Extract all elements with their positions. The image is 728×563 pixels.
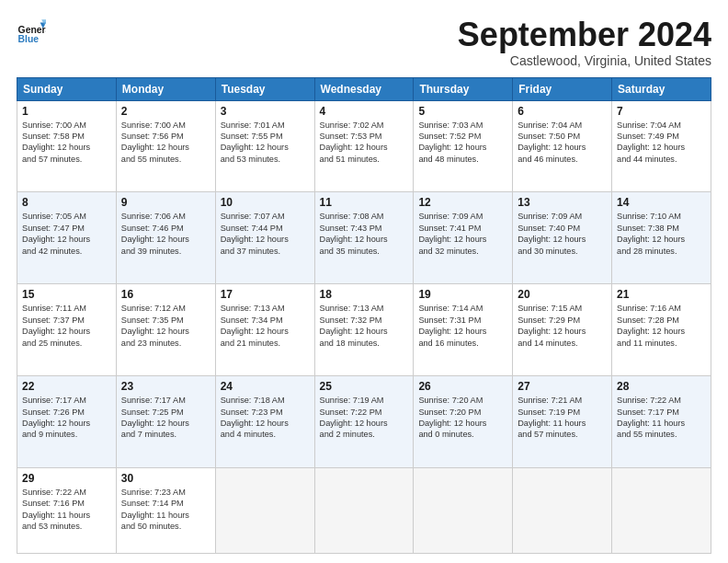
logo-icon: General Blue (17, 17, 46, 46)
week-row-5: 29 Sunrise: 7:22 AMSunset: 7:16 PMDaylig… (17, 468, 711, 554)
day-cell-1: 1 Sunrise: 7:00 AMSunset: 7:58 PMDayligh… (17, 100, 117, 192)
header-saturday: Saturday (612, 77, 711, 100)
day-cell-6: 6 Sunrise: 7:04 AMSunset: 7:50 PMDayligh… (513, 100, 612, 192)
day-cell-12: 12 Sunrise: 7:09 AMSunset: 7:41 PMDaylig… (414, 192, 513, 284)
day-cell-15: 15 Sunrise: 7:11 AMSunset: 7:37 PMDaylig… (17, 284, 117, 376)
day-cell-3: 3 Sunrise: 7:01 AMSunset: 7:55 PMDayligh… (215, 100, 314, 192)
day-cell-11: 11 Sunrise: 7:08 AMSunset: 7:43 PMDaylig… (314, 192, 414, 284)
day-cell-24: 24 Sunrise: 7:18 AMSunset: 7:23 PMDaylig… (215, 376, 314, 468)
logo: General Blue (17, 17, 50, 46)
empty-cell-5 (612, 468, 711, 554)
header: General Blue September 2024 Castlewood, … (17, 17, 711, 68)
empty-cell-3 (414, 468, 513, 554)
day-cell-14: 14 Sunrise: 7:10 AMSunset: 7:38 PMDaylig… (612, 192, 711, 284)
day-cell-5: 5 Sunrise: 7:03 AMSunset: 7:52 PMDayligh… (414, 100, 513, 192)
day-cell-18: 18 Sunrise: 7:13 AMSunset: 7:32 PMDaylig… (314, 284, 414, 376)
weekday-header-row: Sunday Monday Tuesday Wednesday Thursday… (17, 77, 711, 100)
title-block: September 2024 Castlewood, Virginia, Uni… (458, 17, 711, 68)
header-friday: Friday (513, 77, 612, 100)
week-row-3: 15 Sunrise: 7:11 AMSunset: 7:37 PMDaylig… (17, 284, 711, 376)
header-sunday: Sunday (17, 77, 117, 100)
day-cell-22: 22 Sunrise: 7:17 AMSunset: 7:26 PMDaylig… (17, 376, 117, 468)
svg-text:General: General (18, 25, 46, 35)
week-row-4: 22 Sunrise: 7:17 AMSunset: 7:26 PMDaylig… (17, 376, 711, 468)
empty-cell-1 (215, 468, 314, 554)
day-cell-8: 8 Sunrise: 7:05 AMSunset: 7:47 PMDayligh… (17, 192, 117, 284)
week-row-2: 8 Sunrise: 7:05 AMSunset: 7:47 PMDayligh… (17, 192, 711, 284)
empty-cell-4 (513, 468, 612, 554)
day-cell-28: 28 Sunrise: 7:22 AMSunset: 7:17 PMDaylig… (612, 376, 711, 468)
day-cell-25: 25 Sunrise: 7:19 AMSunset: 7:22 PMDaylig… (314, 376, 414, 468)
location-subtitle: Castlewood, Virginia, United States (458, 53, 711, 68)
calendar-table: Sunday Monday Tuesday Wednesday Thursday… (17, 77, 711, 554)
day-cell-2: 2 Sunrise: 7:00 AMSunset: 7:56 PMDayligh… (116, 100, 215, 192)
day-cell-9: 9 Sunrise: 7:06 AMSunset: 7:46 PMDayligh… (116, 192, 215, 284)
header-thursday: Thursday (414, 77, 513, 100)
day-cell-27: 27 Sunrise: 7:21 AMSunset: 7:19 PMDaylig… (513, 376, 612, 468)
day-cell-19: 19 Sunrise: 7:14 AMSunset: 7:31 PMDaylig… (414, 284, 513, 376)
day-cell-16: 16 Sunrise: 7:12 AMSunset: 7:35 PMDaylig… (116, 284, 215, 376)
header-monday: Monday (116, 77, 215, 100)
week-row-1: 1 Sunrise: 7:00 AMSunset: 7:58 PMDayligh… (17, 100, 711, 192)
day-cell-17: 17 Sunrise: 7:13 AMSunset: 7:34 PMDaylig… (215, 284, 314, 376)
month-title: September 2024 (458, 17, 711, 53)
day-cell-20: 20 Sunrise: 7:15 AMSunset: 7:29 PMDaylig… (513, 284, 612, 376)
day-cell-26: 26 Sunrise: 7:20 AMSunset: 7:20 PMDaylig… (414, 376, 513, 468)
header-tuesday: Tuesday (215, 77, 314, 100)
day-cell-10: 10 Sunrise: 7:07 AMSunset: 7:44 PMDaylig… (215, 192, 314, 284)
day-cell-13: 13 Sunrise: 7:09 AMSunset: 7:40 PMDaylig… (513, 192, 612, 284)
empty-cell-2 (314, 468, 414, 554)
day-cell-21: 21 Sunrise: 7:16 AMSunset: 7:28 PMDaylig… (612, 284, 711, 376)
day-cell-23: 23 Sunrise: 7:17 AMSunset: 7:25 PMDaylig… (116, 376, 215, 468)
day-cell-29: 29 Sunrise: 7:22 AMSunset: 7:16 PMDaylig… (17, 468, 117, 554)
svg-text:Blue: Blue (18, 34, 40, 44)
day-cell-7: 7 Sunrise: 7:04 AMSunset: 7:49 PMDayligh… (612, 100, 711, 192)
header-wednesday: Wednesday (314, 77, 414, 100)
day-cell-4: 4 Sunrise: 7:02 AMSunset: 7:53 PMDayligh… (314, 100, 414, 192)
day-cell-30: 30 Sunrise: 7:23 AMSunset: 7:14 PMDaylig… (116, 468, 215, 554)
page: General Blue September 2024 Castlewood, … (0, 0, 728, 563)
